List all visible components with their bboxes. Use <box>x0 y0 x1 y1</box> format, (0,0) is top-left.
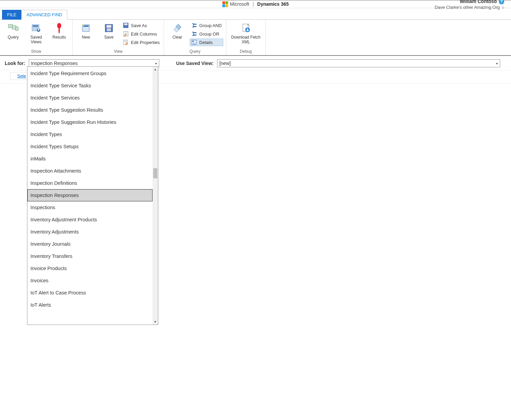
brand-product: Dynamics 365 <box>257 1 289 7</box>
dropdown-item[interactable]: Incident Type Requirement Groups <box>27 67 153 80</box>
clear-button[interactable]: Clear <box>167 21 188 41</box>
svg-rect-15 <box>107 25 111 28</box>
details-icon <box>191 39 197 45</box>
edit-properties-button[interactable]: Edit Properties <box>121 39 161 46</box>
dropdown-scrollbar[interactable]: ▲ ▼ <box>153 67 158 84</box>
svg-rect-13 <box>83 25 89 27</box>
dropdown-item[interactable]: Incident Type Service Tasks <box>27 80 153 84</box>
svg-rect-0 <box>8 24 13 28</box>
edit-columns-button[interactable]: Edit Columns <box>121 30 161 38</box>
svg-rect-4 <box>33 25 38 27</box>
saved-view-value: [new] <box>219 61 231 66</box>
svg-rect-26 <box>194 24 196 25</box>
group-and-icon <box>191 22 197 28</box>
tabs-row: FILE ADVANCED FIND <box>0 9 511 19</box>
scroll-up-icon[interactable]: ▲ <box>153 67 158 72</box>
results-icon <box>53 22 65 34</box>
title-bar: Microsoft | Dynamics 365 William Contoso… <box>0 0 511 8</box>
tab-advanced-find[interactable]: ADVANCED FIND <box>21 10 67 20</box>
save-as-button[interactable]: Save As <box>121 22 161 29</box>
ribbon: Query Saved Views Results Show <box>0 19 511 56</box>
org-name: Dave Clarke's other Amazing Org <box>435 5 500 10</box>
download-fetch-xml-icon <box>240 22 252 34</box>
svg-rect-29 <box>194 35 196 36</box>
svg-rect-31 <box>192 41 194 42</box>
brand-microsoft: Microsoft <box>230 1 249 7</box>
ribbon-group-label-debug: Debug <box>240 48 252 54</box>
edit-columns-icon <box>123 31 129 37</box>
saved-view-dropdown[interactable]: [new] ▾ <box>217 59 500 67</box>
tab-file[interactable]: FILE <box>2 10 21 20</box>
new-button[interactable]: New <box>75 21 96 41</box>
svg-rect-28 <box>194 32 196 33</box>
look-for-dropdown-list: Incident Type Requirement GroupsIncident… <box>27 66 158 84</box>
group-or-icon <box>191 31 197 37</box>
saved-views-icon <box>30 22 42 34</box>
ribbon-group-label-show: Show <box>31 48 41 54</box>
new-icon <box>80 22 92 34</box>
details-button[interactable]: Details <box>190 39 223 46</box>
brand-separator: | <box>253 1 254 7</box>
svg-rect-2 <box>16 27 18 30</box>
ribbon-group-label-view: View <box>114 48 123 54</box>
ribbon-group-label-query: Query <box>189 48 201 54</box>
edit-properties-icon <box>123 39 129 45</box>
save-as-icon <box>123 22 129 28</box>
saved-view-label: Use Saved View: <box>176 61 214 66</box>
home-icon[interactable]: ⌂ <box>502 5 504 10</box>
svg-rect-16 <box>107 28 111 31</box>
brand: Microsoft | Dynamics 365 <box>222 1 289 7</box>
svg-rect-5 <box>33 27 38 28</box>
look-for-value: Inspection Responses <box>31 61 78 66</box>
svg-rect-18 <box>124 23 127 25</box>
svg-point-9 <box>57 23 61 28</box>
query-icon <box>7 22 19 34</box>
save-button[interactable]: Save <box>98 21 119 41</box>
user-name: William Contoso <box>460 0 497 5</box>
svg-rect-27 <box>194 26 196 27</box>
query-button[interactable]: Query <box>3 21 24 41</box>
ribbon-group-view: New Save Save As Edit Columns <box>73 20 164 55</box>
chevron-down-icon: ▾ <box>155 62 157 65</box>
svg-rect-8 <box>38 29 39 30</box>
group-or-button[interactable]: Group OR <box>190 30 223 38</box>
saved-views-button[interactable]: Saved Views <box>26 21 47 46</box>
download-fetch-xml-button[interactable]: Download Fetch XML <box>229 21 263 46</box>
svg-rect-22 <box>123 40 127 45</box>
results-button[interactable]: Results <box>49 21 70 41</box>
microsoft-logo-icon <box>222 1 228 7</box>
ribbon-group-query: Clear Group AND Group OR Details Query <box>164 20 226 55</box>
save-icon <box>103 22 115 34</box>
clear-icon <box>171 22 183 34</box>
look-for-label: Look for: <box>5 61 25 66</box>
ribbon-group-show: Query Saved Views Results Show <box>0 20 73 55</box>
ribbon-group-debug: Download Fetch XML Debug <box>226 20 266 55</box>
chevron-down-icon: ▾ <box>496 62 498 65</box>
scroll-track[interactable] <box>153 72 158 84</box>
svg-rect-10 <box>59 28 60 32</box>
user-area: William Contoso ? Dave Clarke's other Am… <box>435 0 504 10</box>
help-icon[interactable]: ? <box>499 0 504 4</box>
group-and-button[interactable]: Group AND <box>190 22 223 29</box>
svg-point-11 <box>59 32 60 33</box>
